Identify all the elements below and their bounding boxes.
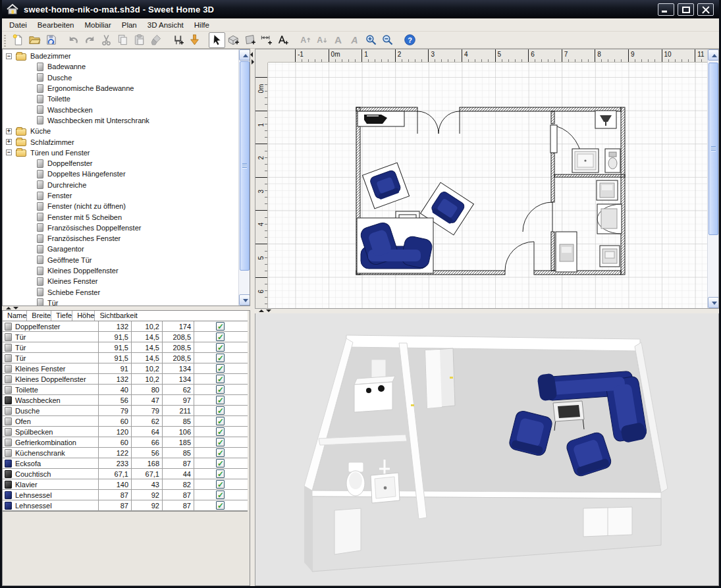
fridge-plan[interactable] [597, 180, 618, 200]
scroll-down-arrow[interactable] [708, 297, 719, 308]
splitter-right-icon[interactable] [252, 59, 254, 65]
zoom-in-button[interactable] [363, 32, 379, 48]
expand-toggle-icon[interactable] [6, 139, 12, 145]
visibility-checkbox[interactable] [216, 438, 225, 446]
visibility-checkbox[interactable] [216, 333, 225, 341]
furniture-table-row[interactable]: Dusche 79 79 211 [3, 406, 248, 416]
save-button[interactable] [43, 32, 59, 48]
menu-item[interactable]: Mobiliar [79, 20, 116, 30]
catalog-tree-item[interactable]: Französisches Fenster [4, 233, 238, 244]
scroll-up-arrow[interactable] [239, 49, 250, 61]
visibility-checkbox[interactable] [216, 480, 225, 489]
catalog-tree-item[interactable]: Küche [4, 126, 238, 136]
visibility-checkbox[interactable] [216, 322, 225, 331]
menu-item[interactable]: Plan [117, 20, 142, 30]
add-text-button[interactable] [275, 32, 291, 48]
tree-table-splitter[interactable] [2, 306, 250, 310]
washbasin-plan[interactable] [595, 111, 616, 128]
furniture-table-row[interactable]: Ofen 60 62 85 [3, 416, 248, 427]
furniture-table-row[interactable]: Tür 91,5 14,5 208,5 [3, 353, 248, 363]
plan-3d-splitter[interactable] [255, 309, 719, 313]
menu-item[interactable]: 3D Ansicht [142, 20, 189, 30]
splitter-left-icon[interactable] [250, 52, 253, 57]
scroll-up-arrow[interactable] [708, 49, 719, 61]
text-style-down-button[interactable] [313, 32, 330, 48]
catalog-tree-item[interactable]: Französisches Doppelfenster [4, 223, 238, 233]
text-style-up-button[interactable] [297, 32, 313, 48]
catalog-tree-item[interactable]: Fenster [4, 190, 238, 201]
catalog-tree-item[interactable]: Doppelfenster [4, 158, 238, 169]
oven-plan[interactable] [556, 232, 577, 272]
catalog-tree-item[interactable]: Geöffnete Tür [4, 255, 238, 265]
visibility-checkbox[interactable] [216, 427, 225, 436]
splitter-up-icon[interactable] [6, 307, 11, 309]
plan-canvas[interactable] [268, 63, 710, 309]
column-header[interactable]: Sichtbarkeit [95, 311, 137, 321]
italic-button[interactable] [346, 32, 363, 48]
plan-scrollbar[interactable] [707, 49, 718, 308]
furniture-table-row[interactable]: Lehnsessel 87 92 87 [3, 490, 248, 500]
visibility-checkbox[interactable] [216, 491, 225, 499]
catalog-tree-item[interactable]: Toilette [4, 94, 238, 104]
furniture-table-row[interactable]: Ecksofa 233 168 87 [3, 458, 248, 469]
column-header[interactable]: Name [3, 311, 27, 321]
furniture-table-row[interactable]: Waschbecken 56 47 97 [3, 395, 248, 406]
undo-button[interactable] [65, 32, 82, 48]
cut-button[interactable] [98, 32, 115, 48]
redo-button[interactable] [82, 32, 98, 48]
shower-plan[interactable] [572, 149, 599, 173]
copy-button[interactable] [115, 32, 131, 48]
3d-view-panel[interactable] [255, 313, 719, 586]
visibility-checkbox[interactable] [216, 459, 225, 468]
catalog-tree-item[interactable]: Ergonomische Badewanne [4, 83, 238, 94]
furniture-table-row[interactable]: Klavier 140 43 82 [3, 479, 248, 490]
scroll-down-arrow[interactable] [239, 294, 250, 306]
catalog-tree-item[interactable]: Kleines Fenster [4, 276, 238, 286]
column-header[interactable]: Breite [27, 311, 51, 321]
visibility-checkbox[interactable] [216, 501, 225, 510]
visibility-checkbox[interactable] [216, 406, 225, 415]
piano-plan[interactable] [358, 111, 404, 126]
open-button[interactable] [26, 32, 43, 48]
expand-toggle-icon[interactable] [6, 53, 12, 59]
toolbar-grip[interactable] [4, 34, 8, 47]
catalog-tree-item[interactable]: Waschbecken [4, 104, 238, 115]
create-rooms-button[interactable] [242, 32, 258, 48]
catalog-tree-item[interactable]: Kleines Doppelfenster [4, 265, 238, 276]
catalog-tree-item[interactable]: Garagentor [4, 244, 238, 254]
catalog-tree-item[interactable]: Dusche [4, 72, 238, 83]
visibility-checkbox[interactable] [216, 385, 225, 394]
catalog-tree-item[interactable]: Durchreiche [4, 180, 238, 190]
delete-button[interactable] [147, 32, 164, 48]
menu-item[interactable]: Datei [4, 20, 32, 30]
catalog-tree-item[interactable]: Badewanne [4, 61, 238, 72]
visibility-checkbox[interactable] [216, 364, 225, 373]
visibility-checkbox[interactable] [216, 417, 225, 425]
furniture-table-row[interactable]: Couchtisch 67,1 67,1 44 [3, 469, 248, 479]
expand-toggle-icon[interactable] [6, 128, 12, 134]
visibility-checkbox[interactable] [216, 354, 225, 362]
plan-scrollbar-thumb[interactable] [708, 63, 718, 235]
catalog-tree-item[interactable]: Waschbecken mit Unterschrank [4, 115, 238, 126]
visibility-checkbox[interactable] [216, 343, 225, 352]
kitchen-cupboard-plan[interactable] [597, 204, 622, 234]
catalog-tree-item[interactable]: Schiebe Fenster [4, 287, 238, 298]
furniture-table-row[interactable]: Spülbecken 120 64 106 [3, 427, 248, 437]
new-plan-button[interactable] [10, 32, 26, 48]
zoom-out-button[interactable] [379, 32, 396, 48]
maximize-button[interactable] [678, 3, 694, 16]
sink-plan[interactable] [600, 246, 620, 267]
import-furniture-button[interactable] [186, 32, 203, 48]
catalog-tree-item[interactable]: Doppeltes Hängefenster [4, 169, 238, 179]
corner-sofa-plan[interactable] [357, 218, 433, 273]
catalog-tree-item[interactable]: Badezimmer [4, 51, 238, 61]
furniture-table-row[interactable]: Lehnsessel 87 92 87 [3, 500, 248, 511]
furniture-table-row[interactable]: Küchenschrank 122 56 85 [3, 448, 248, 458]
furniture-table-row[interactable]: Kleines Doppelfenster 132 10,2 134 [3, 374, 248, 385]
visibility-checkbox[interactable] [216, 396, 225, 404]
paste-button[interactable] [131, 32, 147, 48]
menu-item[interactable]: Hilfe [189, 20, 215, 30]
catalog-tree-item[interactable]: Türen und Fenster [4, 147, 238, 158]
select-mode-button[interactable] [209, 32, 225, 48]
furniture-table-row[interactable]: Kleines Fenster 91 10,2 134 [3, 363, 248, 374]
